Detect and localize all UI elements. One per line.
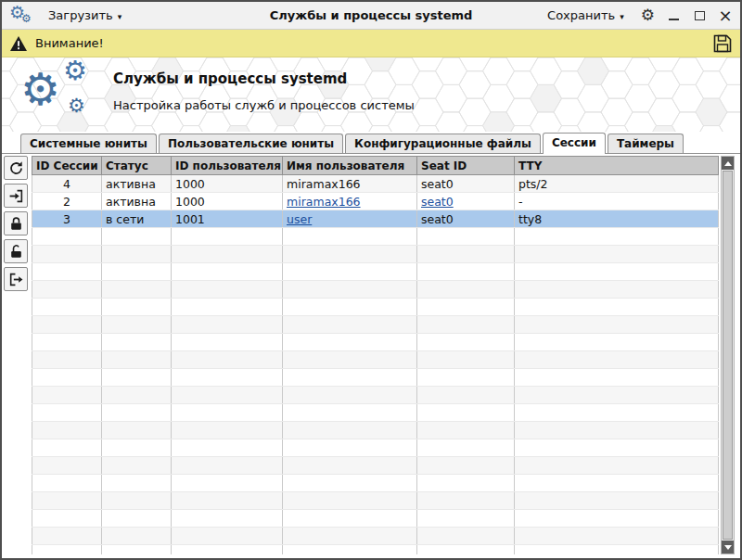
tab-bar: Системные юнитыПользовательские юнитыКон… xyxy=(2,132,740,154)
table-cell xyxy=(515,263,719,281)
unlock-button[interactable] xyxy=(4,239,28,263)
table-cell xyxy=(283,228,417,246)
table-cell: активна xyxy=(102,175,172,193)
table-cell xyxy=(515,369,719,387)
table-cell xyxy=(283,510,417,528)
table-cell xyxy=(102,228,172,246)
table-cell xyxy=(515,457,719,475)
table-cell xyxy=(515,528,719,545)
empty-table-row xyxy=(32,439,719,457)
lock-icon xyxy=(8,216,24,232)
maximize-button[interactable] xyxy=(692,7,707,24)
cell-link[interactable]: user xyxy=(287,212,312,226)
table-cell xyxy=(417,316,515,334)
page-title: Службы и процессы systemd xyxy=(113,70,415,87)
table-cell: miramax166 xyxy=(283,193,417,210)
window-title: Службы и процессы systemd xyxy=(270,8,473,22)
column-header[interactable]: ID Сессии xyxy=(32,157,102,175)
table-cell xyxy=(515,545,719,555)
scroll-up-button[interactable] xyxy=(722,157,734,170)
table-cell xyxy=(102,510,172,528)
table-cell xyxy=(417,545,515,555)
table-cell xyxy=(515,439,719,457)
table-cell xyxy=(172,369,283,387)
save-menu-label: Сохранить xyxy=(547,8,615,22)
table-cell xyxy=(32,457,102,475)
table-cell xyxy=(172,299,283,316)
tab-timers[interactable]: Таймеры xyxy=(608,134,684,153)
close-button[interactable]: × xyxy=(718,7,733,24)
table-cell xyxy=(32,334,102,351)
column-header[interactable]: Имя пользователя xyxy=(283,157,417,175)
table-cell: 1000 xyxy=(172,193,283,210)
login-icon xyxy=(8,188,24,204)
table-cell xyxy=(515,316,719,334)
lock-button[interactable] xyxy=(4,211,28,235)
table-cell xyxy=(102,263,172,281)
table-cell xyxy=(102,246,172,263)
table-cell xyxy=(283,387,417,404)
empty-table-row xyxy=(32,334,719,351)
table-cell xyxy=(515,351,719,369)
unlock-icon xyxy=(8,244,24,260)
table-cell xyxy=(32,510,102,528)
gear-icon: ⚙ xyxy=(68,96,85,116)
table-cell: 1001 xyxy=(172,210,283,228)
minimize-icon xyxy=(669,19,679,20)
tab-sessions[interactable]: Сессии xyxy=(543,133,606,154)
table-cell xyxy=(417,334,515,351)
table-cell xyxy=(417,299,515,316)
empty-table-row xyxy=(32,316,719,334)
table-cell xyxy=(417,510,515,528)
table-cell xyxy=(32,299,102,316)
logout-button[interactable] xyxy=(4,267,28,291)
login-button[interactable] xyxy=(4,184,28,208)
scroll-down-button[interactable] xyxy=(722,541,734,554)
table-cell xyxy=(417,528,515,545)
table-cell xyxy=(417,351,515,369)
empty-table-row xyxy=(32,528,719,545)
tab-system-units[interactable]: Системные юниты xyxy=(20,134,157,153)
cell-link[interactable]: seat0 xyxy=(421,195,454,209)
page-subtitle: Настройка работы служб и процессов систе… xyxy=(113,98,415,112)
column-header[interactable]: TTY xyxy=(515,157,719,175)
minimize-button[interactable] xyxy=(666,7,681,24)
column-header[interactable]: ID пользователя xyxy=(172,157,283,175)
table-cell xyxy=(102,457,172,475)
tab-config-files[interactable]: Конфигурационные файлы xyxy=(345,134,541,153)
table-cell xyxy=(515,492,719,510)
table-row[interactable]: 2активна1000miramax166seat0- xyxy=(32,193,719,210)
column-header[interactable]: Статус xyxy=(102,157,172,175)
arrow-up-icon xyxy=(724,161,732,166)
load-menu-button[interactable]: Загрузить ▾ xyxy=(43,6,127,25)
table-cell: 2 xyxy=(32,193,102,210)
settings-gear-icon[interactable]: ⚙ xyxy=(641,7,655,23)
table-cell xyxy=(417,404,515,422)
cell-link[interactable]: miramax166 xyxy=(287,195,361,209)
empty-table-row xyxy=(32,422,719,439)
table-cell xyxy=(32,528,102,545)
table-cell: user xyxy=(283,210,417,228)
table-row[interactable]: 3в сети1001userseat0tty8 xyxy=(32,210,719,228)
tab-user-units[interactable]: Пользовательские юниты xyxy=(159,134,343,153)
save-menu-button[interactable]: Сохранить ▾ xyxy=(542,6,630,25)
save-file-button[interactable] xyxy=(712,33,733,54)
refresh-button[interactable] xyxy=(4,156,28,180)
table-cell xyxy=(32,263,102,281)
sessions-table-wrap: ID СессииСтатусID пользователяИмя пользо… xyxy=(32,156,719,554)
table-cell xyxy=(102,404,172,422)
table-cell: - xyxy=(515,193,719,210)
table-cell xyxy=(515,281,719,299)
table-cell xyxy=(283,475,417,492)
table-row[interactable]: 4активна1000miramax166seat0pts/2 xyxy=(32,175,719,193)
table-cell xyxy=(515,228,719,246)
column-header[interactable]: Seat ID xyxy=(417,157,515,175)
table-cell xyxy=(417,492,515,510)
scrollbar-thumb[interactable] xyxy=(723,171,733,540)
vertical-scrollbar[interactable] xyxy=(721,156,735,554)
content-area: ID СессииСтатусID пользователяИмя пользо… xyxy=(2,154,740,558)
table-cell xyxy=(417,281,515,299)
table-cell xyxy=(32,439,102,457)
table-cell xyxy=(283,528,417,545)
table-cell xyxy=(172,316,283,334)
